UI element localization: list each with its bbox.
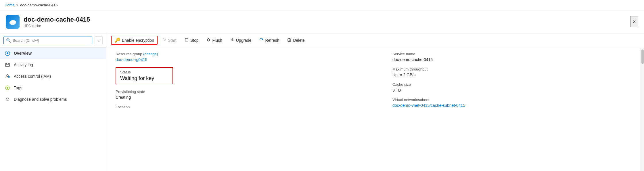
throughput-label: Maximum throughput bbox=[392, 67, 635, 71]
status-value: Waiting for key bbox=[120, 75, 168, 81]
breadcrumb-current: doc-demo-cache-0415 bbox=[20, 3, 57, 7]
left-details: Resource group (change) doc-demo-rg0415 … bbox=[116, 52, 375, 165]
cache-size-section: Cache size 3 TB bbox=[392, 82, 635, 92]
svg-point-5 bbox=[7, 52, 8, 54]
iam-icon bbox=[5, 73, 10, 79]
throughput-value: Up to 2 GB/s bbox=[392, 73, 635, 77]
sidebar-item-iam[interactable]: Access control (IAM) bbox=[0, 71, 106, 82]
svg-rect-8 bbox=[8, 63, 9, 64]
upgrade-button[interactable]: Upgrade bbox=[227, 36, 255, 44]
stop-label: Stop bbox=[190, 38, 199, 43]
vnet-value[interactable]: doc-demo-vnet-0415/cache-subnet-0415 bbox=[392, 103, 465, 108]
svg-marker-15 bbox=[163, 38, 166, 41]
sidebar-item-label: Diagnose and solve problems bbox=[14, 97, 67, 102]
enable-encryption-button[interactable]: 🔑 Enable encryption bbox=[111, 36, 158, 45]
change-link[interactable]: (change) bbox=[143, 52, 158, 56]
scroll-thumb[interactable] bbox=[641, 50, 644, 64]
refresh-label: Refresh bbox=[265, 38, 279, 43]
svg-rect-7 bbox=[6, 63, 7, 64]
svg-rect-16 bbox=[185, 38, 188, 41]
status-section: Status Waiting for key bbox=[116, 67, 173, 84]
right-details: Service name doc-demo-cache-0415 Maximum… bbox=[375, 52, 635, 165]
svg-rect-18 bbox=[288, 39, 291, 41]
play-icon bbox=[162, 38, 166, 43]
overview-icon bbox=[5, 50, 10, 56]
svg-point-3 bbox=[11, 20, 14, 22]
sidebar-item-activity-log[interactable]: Activity log bbox=[0, 59, 106, 71]
resource-group-label: Resource group (change) bbox=[116, 52, 375, 56]
sidebar-item-label: Access control (IAM) bbox=[14, 74, 51, 79]
delete-button[interactable]: Delete bbox=[284, 36, 308, 44]
flush-button[interactable]: Flush bbox=[203, 36, 225, 44]
location-label: Location bbox=[116, 105, 375, 109]
svg-point-10 bbox=[7, 75, 8, 76]
flush-label: Flush bbox=[212, 38, 222, 43]
sidebar-item-tags[interactable]: Tags bbox=[0, 82, 106, 94]
search-input[interactable] bbox=[13, 38, 90, 43]
start-label: Start bbox=[168, 38, 177, 43]
resource-icon bbox=[6, 15, 20, 29]
search-box[interactable]: 🔍 bbox=[3, 37, 92, 44]
vnet-label: Virtual network/subnet bbox=[392, 98, 635, 102]
location-section: Location bbox=[116, 105, 375, 109]
enable-encryption-label: Enable encryption bbox=[122, 38, 154, 43]
cache-size-value: 3 TB bbox=[392, 88, 635, 92]
service-name-section: Service name doc-demo-cache-0415 bbox=[392, 52, 635, 62]
page-title: doc-demo-cache-0415 bbox=[24, 16, 90, 23]
resource-group-value[interactable]: doc-demo-rg0415 bbox=[116, 57, 147, 62]
content-area: 🔑 Enable encryption Start Stop bbox=[106, 33, 644, 171]
upgrade-icon bbox=[230, 38, 234, 43]
resource-type: HPC cache bbox=[24, 24, 90, 28]
upgrade-label: Upgrade bbox=[236, 38, 252, 43]
service-name-value: doc-demo-cache-0415 bbox=[392, 57, 635, 62]
provisioning-state-label: Provisioning state bbox=[116, 90, 375, 94]
sidebar: 🔍 « Overview Activity log Access control… bbox=[0, 33, 106, 171]
status-label: Status bbox=[120, 70, 168, 74]
cache-size-label: Cache size bbox=[392, 82, 635, 87]
resource-group-section: Resource group (change) doc-demo-rg0415 bbox=[116, 52, 375, 62]
sidebar-item-diagnose[interactable]: Diagnose and solve problems bbox=[0, 94, 106, 105]
scrollbar[interactable] bbox=[641, 48, 644, 171]
svg-point-14 bbox=[7, 99, 8, 100]
breadcrumb-home[interactable]: Home bbox=[5, 3, 15, 7]
breadcrumb-separator: > bbox=[16, 3, 19, 7]
throughput-section: Maximum throughput Up to 2 GB/s bbox=[392, 67, 635, 77]
activity-icon bbox=[5, 62, 10, 68]
provisioning-state-value: Creating bbox=[116, 95, 375, 100]
collapse-button[interactable]: « bbox=[95, 36, 103, 44]
sidebar-item-label: Tags bbox=[14, 86, 22, 90]
refresh-icon bbox=[259, 38, 263, 43]
stop-icon bbox=[185, 38, 189, 43]
svg-point-11 bbox=[8, 76, 10, 78]
toolbar: 🔑 Enable encryption Start Stop bbox=[106, 33, 644, 47]
svg-point-13 bbox=[7, 87, 8, 89]
close-button[interactable]: × bbox=[630, 16, 638, 27]
service-name-label: Service name bbox=[392, 52, 635, 56]
sidebar-item-overview[interactable]: Overview bbox=[0, 48, 106, 59]
delete-icon bbox=[287, 38, 291, 43]
start-button[interactable]: Start bbox=[159, 36, 180, 44]
delete-label: Delete bbox=[293, 38, 304, 43]
provisioning-state-section: Provisioning state Creating bbox=[116, 90, 375, 100]
flush-icon bbox=[206, 38, 210, 43]
stop-button[interactable]: Stop bbox=[181, 36, 202, 44]
sidebar-item-label: Overview bbox=[14, 51, 32, 56]
search-icon: 🔍 bbox=[6, 38, 11, 43]
diagnose-icon bbox=[5, 96, 10, 102]
refresh-button[interactable]: Refresh bbox=[256, 36, 283, 44]
tags-icon bbox=[5, 85, 10, 91]
key-icon: 🔑 bbox=[114, 37, 120, 43]
svg-marker-17 bbox=[262, 39, 263, 40]
sidebar-item-label: Activity log bbox=[14, 62, 33, 67]
vnet-section: Virtual network/subnet doc-demo-vnet-041… bbox=[392, 98, 635, 108]
